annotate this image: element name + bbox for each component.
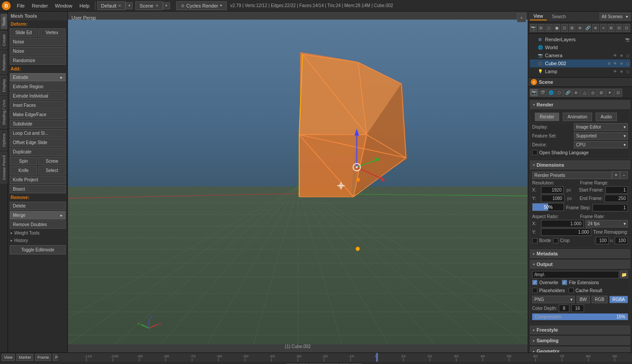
prop-data-icon[interactable]: △ — [581, 89, 589, 97]
viewport-corner-btn[interactable]: + — [517, 13, 526, 22]
weight-tools-collapsible[interactable]: ▸ Weight Tools — [8, 229, 67, 237]
loop-cut-btn[interactable]: Loop Cut and Sl... — [10, 129, 66, 137]
lamp-render[interactable]: ⊕ — [619, 69, 624, 74]
cube-settings[interactable]: ⚙ — [606, 61, 612, 66]
menu-file[interactable]: File — [13, 2, 28, 9]
spin-btn[interactable]: Spin — [10, 157, 37, 165]
camera-render[interactable]: ⊕ — [619, 53, 624, 58]
remap-new[interactable]: 100 — [615, 237, 628, 244]
right-icon-type4[interactable]: ⊠ — [569, 24, 576, 32]
right-icon-type2[interactable]: ◼ — [553, 24, 561, 32]
tab-scene-close[interactable]: ✕ — [155, 4, 159, 8]
right-icon-type1[interactable]: ◻ — [545, 24, 553, 32]
right-icon-camera[interactable]: 📷 — [530, 24, 537, 32]
subdivide-btn[interactable]: Subdivide — [10, 120, 66, 128]
prop-world-icon[interactable]: 🌐 — [547, 89, 555, 97]
fps-dropdown[interactable]: 24 fps ▾ — [585, 220, 628, 227]
offset-edge-btn[interactable]: Offset Edge Slide — [10, 138, 66, 147]
metadata-section-header[interactable]: ▸ Metadata — [530, 249, 630, 258]
history-collapsible[interactable]: ▸ History — [8, 237, 67, 244]
merge-btn[interactable]: Merge ▸ — [10, 211, 66, 219]
geometry-header[interactable]: ▸ Geometry — [530, 347, 630, 352]
toggle-editmode-btn[interactable]: Toggle Editmode — [10, 245, 66, 254]
render-tab-animation[interactable]: Animation — [563, 113, 592, 121]
select-btn[interactable]: Select — [38, 166, 66, 175]
knife-project-btn[interactable]: Knife Project — [10, 176, 66, 184]
scenes-dropdown[interactable]: All Scenes ▾ — [600, 13, 630, 20]
right-icon-type7[interactable]: ⊗ — [592, 24, 599, 32]
vtab-options[interactable]: Options — [0, 130, 8, 150]
device-dropdown[interactable]: CPU ▾ — [574, 141, 628, 149]
timeline-view-btn[interactable]: View — [2, 354, 15, 361]
vertex-btn[interactable]: Vertex — [38, 28, 66, 37]
extrude-individual-btn[interactable]: Extrude Individual — [10, 92, 66, 100]
vtab-create[interactable]: Create — [0, 31, 8, 49]
delete-btn[interactable]: Delete — [10, 202, 66, 210]
slide-ed-btn[interactable]: Slide Ed — [10, 28, 37, 37]
lamp-lock[interactable]: ◻ — [625, 69, 630, 74]
format-dropdown[interactable]: PNG ▾ — [532, 296, 575, 303]
outliner-world[interactable]: 🌐 World — [530, 43, 630, 51]
randomize-btn[interactable]: Randomize — [10, 56, 66, 65]
remove-doubles-btn[interactable]: Remove Doubles — [10, 220, 66, 229]
vtab-grease[interactable]: Grease Pencil — [0, 152, 8, 184]
renderlayers-vis1[interactable]: 📷 — [625, 37, 630, 42]
rgba-btn[interactable]: RGBA — [609, 296, 628, 303]
camera-eye[interactable]: 👁 — [612, 53, 618, 58]
outliner-cube[interactable]: ⬡ Cube.002 ⚙ 👁 ⊕ ◻ — [530, 59, 630, 67]
tab-default-close[interactable]: ✕ — [118, 4, 122, 8]
vtab-display[interactable]: Display — [0, 76, 8, 95]
lamp-eye[interactable]: 👁 — [612, 69, 618, 74]
crop-checkbox[interactable] — [553, 238, 558, 243]
bisect-btn[interactable]: Bisect — [10, 185, 66, 193]
right-icon-type3[interactable]: ⊡ — [561, 24, 568, 32]
prop-object-icon[interactable]: ⬡ — [555, 89, 563, 97]
prop-render-icon[interactable]: 📷 — [530, 89, 538, 97]
cube-eye[interactable]: 👁 — [612, 61, 618, 66]
osl-checkbox[interactable] — [532, 150, 537, 155]
viewport-3d[interactable]: X Y Z User Persp + (1) Cube.002 — [68, 12, 528, 352]
percent-bar[interactable]: 50% — [532, 203, 564, 211]
camera-lock[interactable]: ◻ — [625, 53, 630, 58]
prop-modifier-icon[interactable]: ⊕ — [572, 89, 580, 97]
output-path-input[interactable]: /tmp\ — [532, 271, 619, 278]
prop-physics-icon[interactable]: ⊡ — [614, 89, 622, 97]
display-dropdown[interactable]: Image Editor ▾ — [574, 123, 628, 131]
timeline-frame-btn[interactable]: Frame — [35, 354, 51, 361]
rgb-btn[interactable]: RGB — [592, 296, 608, 303]
render-section-header[interactable]: ▾ Render — [530, 100, 630, 109]
smooth-vertex-btn[interactable]: Noise — [10, 47, 66, 55]
screw-btn[interactable]: Screw — [38, 157, 66, 165]
frame-step-field[interactable]: 1 — [592, 204, 628, 211]
rt-tab-search[interactable]: Search — [549, 13, 570, 20]
right-icon-filter[interactable]: ⊞ — [538, 24, 545, 32]
prop-material-icon[interactable]: ◎ — [589, 89, 597, 97]
rt-tab-view[interactable]: View — [530, 13, 547, 20]
outliner-lamp[interactable]: 💡 Lamp 👁 ⊕ ◻ — [530, 67, 630, 75]
aspect-y-field[interactable]: 1.000 — [541, 228, 591, 236]
tab-scene[interactable]: Scene ✕ — [135, 1, 162, 10]
compression-row[interactable]: Compression: 15% — [532, 313, 628, 320]
cube-render[interactable]: ⊕ — [619, 61, 624, 66]
prop-scene-icon[interactable]: 🎬 — [538, 89, 546, 97]
menu-window[interactable]: Window — [51, 2, 76, 9]
render-presets-minus[interactable]: - — [620, 171, 628, 179]
feature-set-dropdown[interactable]: Supported ▾ — [574, 132, 628, 140]
remap-old[interactable]: 100 — [596, 237, 609, 244]
freestyle-header[interactable]: ▸ Freestyle — [530, 325, 630, 334]
render-tab-render[interactable]: Render — [535, 113, 559, 121]
cache-result-checkbox[interactable] — [569, 288, 574, 293]
res-y-field[interactable]: 1080 — [541, 195, 565, 202]
render-presets-input[interactable]: Render Presets — [532, 172, 612, 179]
menu-help[interactable]: Help — [76, 2, 93, 9]
dimensions-section-header[interactable]: ▾ Dimensions — [530, 160, 630, 169]
placeholders-checkbox[interactable] — [532, 288, 537, 293]
timeline-marker-btn[interactable]: Marker — [16, 354, 33, 361]
vtab-relations[interactable]: Relations — [0, 51, 8, 74]
outliner-camera[interactable]: 📷 Camera 👁 ⊕ ◻ — [530, 51, 630, 59]
knife-btn[interactable]: Knife — [10, 166, 37, 175]
right-icon-type10[interactable]: ⊟ — [616, 24, 623, 32]
vtab-shading[interactable]: Shading / UVs — [0, 97, 8, 129]
prop-particle-icon[interactable]: ✦ — [606, 89, 614, 97]
extrude-region-btn[interactable]: Extrude Region — [10, 82, 66, 91]
